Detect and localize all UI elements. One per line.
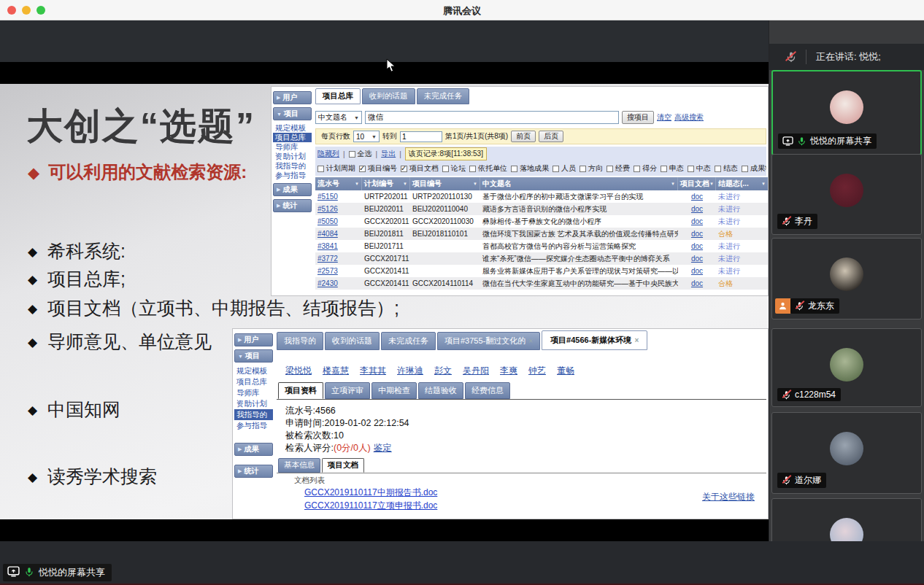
column-toggle-checkbox[interactable]: 结态 — [715, 163, 738, 174]
row-id-link[interactable]: #2430 — [315, 277, 362, 290]
table-row[interactable]: #5126 BEIJ202011 BEIJ2020110040 藏语多方言语音识… — [315, 203, 768, 215]
tab[interactable]: 项目#3755-翻过文化的× — [437, 332, 540, 350]
table-header-cell[interactable]: 中文题名▼ — [480, 177, 678, 190]
column-toggle-checkbox[interactable]: 得分 — [634, 163, 657, 174]
inner-tab[interactable]: 基本信息 — [278, 458, 320, 473]
table-row[interactable]: #3772 GCCX201711 谁来“杀死”微信——探究媒介生态圈动态平衡中的… — [315, 252, 768, 265]
detail-tab[interactable]: 项目资料 — [278, 382, 323, 399]
column-toggle-checkbox[interactable]: 项目文档 — [401, 163, 439, 174]
column-toggle-checkbox[interactable]: 落地成果 — [511, 163, 549, 174]
table-header-cell[interactable]: 计划编号▼ — [362, 177, 410, 190]
row-id-link[interactable]: #5050 — [315, 215, 362, 228]
participant-tile[interactable]: 龙东东 — [771, 238, 922, 319]
participant-tile[interactable]: c1228m54 — [771, 328, 922, 407]
row-id-link[interactable]: #5126 — [315, 203, 362, 215]
sort-icon[interactable]: ▼ — [403, 182, 407, 186]
row-doc-link[interactable]: doc — [678, 277, 716, 290]
sort-icon[interactable]: ▼ — [473, 182, 477, 186]
column-toggle-checkbox[interactable]: 依托单位 — [469, 163, 507, 174]
table-row[interactable]: #2573 GCCX201411 服务业将新媒体应用于客户关系管理的现状与对策研… — [315, 265, 768, 277]
table-row[interactable]: #5050 GCCX202011 GCCX2020110030 彝脉相传-基于彝… — [315, 215, 768, 228]
search-field-select[interactable]: 中文题名▼ — [315, 111, 362, 124]
search-input[interactable] — [365, 111, 619, 124]
sidebar-section-project[interactable]: ▼项目 — [273, 107, 312, 120]
close-tab-icon[interactable]: × — [634, 336, 639, 344]
appraise-link[interactable]: 鉴定 — [374, 443, 392, 453]
sort-icon[interactable]: ▼ — [671, 182, 675, 186]
sidebar-link[interactable]: 我指导的 — [234, 409, 273, 420]
sidebar-section-results[interactable]: ▶成果 — [234, 443, 273, 456]
column-toggle-checkbox[interactable]: 经费 — [607, 163, 630, 174]
advanced-search-link[interactable]: 高级搜索 — [674, 112, 704, 123]
sort-icon[interactable]: ▼ — [709, 182, 714, 186]
doc-file-link[interactable]: GCCX2019110117中期报告书.doc — [304, 486, 766, 499]
row-doc-link[interactable]: doc — [678, 215, 716, 228]
sidebar-link[interactable]: 项目总库 — [234, 376, 273, 387]
table-row[interactable]: #4084 BEIJ201811 BEIJ2018110101 微信环境下我国蒙… — [315, 228, 768, 240]
sidebar-section-stats[interactable]: ▶统计 — [273, 199, 312, 212]
sidebar-link[interactable]: 规定模板 — [234, 365, 273, 376]
column-toggle-checkbox[interactable]: 申态 — [661, 163, 684, 174]
export-link[interactable]: 导出 — [381, 149, 396, 159]
row-id-link[interactable]: #2573 — [315, 265, 362, 277]
member-link[interactable]: 钟艺 — [528, 365, 546, 377]
column-toggle-checkbox[interactable]: 人员 — [553, 163, 576, 174]
detail-tab[interactable]: 经费信息 — [465, 382, 510, 399]
member-link[interactable]: 李爽 — [500, 365, 517, 377]
column-toggle-checkbox[interactable]: 项目编号 — [359, 163, 397, 174]
row-doc-link[interactable]: doc — [678, 203, 716, 215]
member-link[interactable]: 梁悦悦 — [285, 365, 312, 377]
hide-columns-link[interactable]: 隐藏列 — [317, 149, 339, 159]
about-links-link[interactable]: 关于这些链接 — [702, 491, 755, 503]
goto-page-input[interactable] — [400, 131, 442, 142]
member-link[interactable]: 吴丹阳 — [463, 365, 489, 377]
inner-tab[interactable]: 项目文档 — [322, 458, 364, 473]
tab[interactable]: 收到的话题× — [362, 88, 415, 104]
sidebar-section-user[interactable]: ▶用户 — [234, 333, 273, 346]
tab[interactable]: 未完成任务× — [417, 88, 470, 104]
table-row[interactable]: #3841 BEIJ201711 首都高校官方微信号的内容分析与运营策略探究 d… — [315, 240, 768, 252]
participant-tile[interactable] — [771, 498, 922, 541]
member-link[interactable]: 楼嘉慧 — [323, 365, 349, 377]
sidebar-link[interactable]: 资助计划 — [234, 398, 273, 409]
select-all-checkbox[interactable]: 全选 — [349, 149, 372, 159]
tab[interactable]: 项目#4566-新媒体环境× — [542, 330, 647, 350]
row-id-link[interactable]: #4084 — [315, 228, 362, 240]
participant-tile[interactable]: 李丹 — [771, 154, 922, 235]
participant-tile[interactable]: 道尔娜 — [771, 412, 922, 494]
table-row[interactable]: #5150 URTP202011 URTP2020110130 基于微信小程序的… — [315, 190, 768, 203]
sidebar-link[interactable]: 资助计划 — [273, 152, 312, 161]
column-toggle-checkbox[interactable]: 方向 — [580, 163, 603, 174]
row-doc-link[interactable]: doc — [678, 190, 716, 203]
column-toggle-checkbox[interactable]: 成果状态 — [742, 163, 766, 174]
detail-tab[interactable]: 立项评审 — [325, 382, 370, 399]
next-page-button[interactable]: 后页 — [539, 131, 563, 142]
sidebar-section-project[interactable]: ▼项目 — [234, 349, 273, 363]
sidebar-link[interactable]: 导师库 — [234, 387, 273, 398]
row-id-link[interactable]: #3841 — [315, 240, 362, 252]
table-header-cell[interactable]: 项目文档▼ — [678, 177, 716, 190]
sidebar-section-stats[interactable]: ▶统计 — [234, 465, 273, 478]
rows-per-page-select[interactable]: 10▼ — [353, 131, 380, 142]
member-link[interactable]: 李其其 — [360, 365, 386, 377]
sidebar-link[interactable]: 参与指导 — [234, 420, 273, 431]
column-toggle-checkbox[interactable]: 论坛 — [442, 163, 466, 174]
sidebar-link[interactable]: 项目总库 — [273, 133, 312, 142]
row-doc-link[interactable]: doc — [678, 240, 716, 252]
sidebar-link[interactable]: 导师库 — [273, 142, 312, 152]
sidebar-section-results[interactable]: ▶成果 — [273, 183, 312, 196]
tab[interactable]: 收到的话题× — [325, 332, 380, 350]
detail-tab[interactable]: 中期检查 — [371, 382, 417, 399]
column-toggle-checkbox[interactable]: 计划周期 — [317, 163, 355, 174]
table-header-cell[interactable]: 流水号▼ — [315, 177, 362, 190]
prev-page-button[interactable]: 前页 — [511, 131, 536, 142]
table-header-cell[interactable]: 结题态(...▼ — [716, 177, 768, 190]
table-header-cell[interactable]: 项目编号▼ — [410, 177, 480, 190]
member-link[interactable]: 许琳迪 — [397, 365, 423, 377]
search-project-button[interactable]: 搜项目 — [622, 111, 654, 124]
participant-tile[interactable]: 悦悦的屏幕共享 — [771, 70, 922, 155]
sidebar-section-user[interactable]: ▶用户 — [273, 91, 312, 104]
doc-file-link[interactable]: GCCX2019110117立项申报书.doc — [304, 499, 766, 512]
sidebar-link[interactable]: 规定模板 — [273, 123, 312, 133]
column-toggle-checkbox[interactable]: 中态 — [688, 163, 711, 174]
